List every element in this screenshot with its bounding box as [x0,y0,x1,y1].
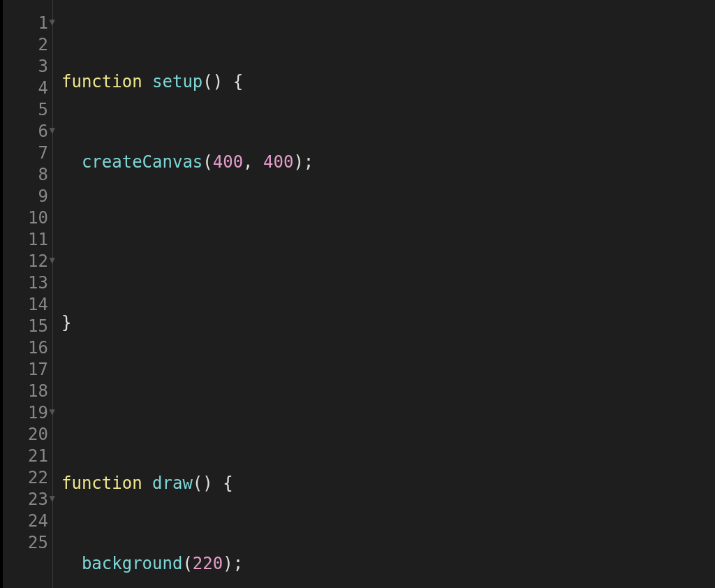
line-number: 25 [3,532,52,554]
code-line[interactable]: function draw() { [61,473,715,494]
line-number: 7 [3,142,52,164]
line-number: 18 [3,381,52,402]
line-number: 14 [3,294,52,316]
line-number: 16 [3,337,52,359]
line-number: 1▼ [3,13,52,34]
fold-icon[interactable]: ▼ [50,493,55,503]
fold-icon[interactable]: ▼ [50,406,55,416]
code-line[interactable]: createCanvas(400, 400); [61,152,715,173]
code-line[interactable] [61,232,715,253]
line-number: 17 [3,359,52,381]
line-number: 24 [3,510,52,532]
line-number: 15 [3,316,52,337]
fold-icon[interactable]: ▼ [50,125,55,135]
line-number: 12▼ [3,251,52,272]
line-number: 6▼ [3,121,52,142]
line-number: 20 [3,424,52,446]
fold-icon[interactable]: ▼ [50,255,55,265]
line-number: 21 [3,446,52,467]
line-number: 8 [3,164,52,186]
line-number: 13 [3,272,52,294]
line-number: 2 [3,34,52,56]
line-number-gutter: 1▼ 2 3 4 5 6▼ 7 8 9 10 11 12▼ 13 14 15 1… [3,0,53,588]
line-number: 11 [3,229,52,251]
code-line[interactable]: function setup() { [61,71,715,93]
code-line[interactable] [61,392,715,414]
line-number: 10 [3,207,52,229]
code-line[interactable]: background(220); [61,553,715,575]
line-number: 5 [3,99,52,121]
fold-icon[interactable]: ▼ [50,17,55,27]
line-number: 19▼ [3,402,52,424]
line-number: 23▼ [3,489,52,510]
code-area[interactable]: function setup() { createCanvas(400, 400… [53,0,715,588]
line-number: 9 [3,186,52,207]
code-line[interactable]: } [61,312,715,334]
line-number: 22 [3,467,52,489]
code-editor[interactable]: 1▼ 2 3 4 5 6▼ 7 8 9 10 11 12▼ 13 14 15 1… [0,0,715,588]
line-number: 3 [3,56,52,78]
line-number: 4 [3,78,52,99]
